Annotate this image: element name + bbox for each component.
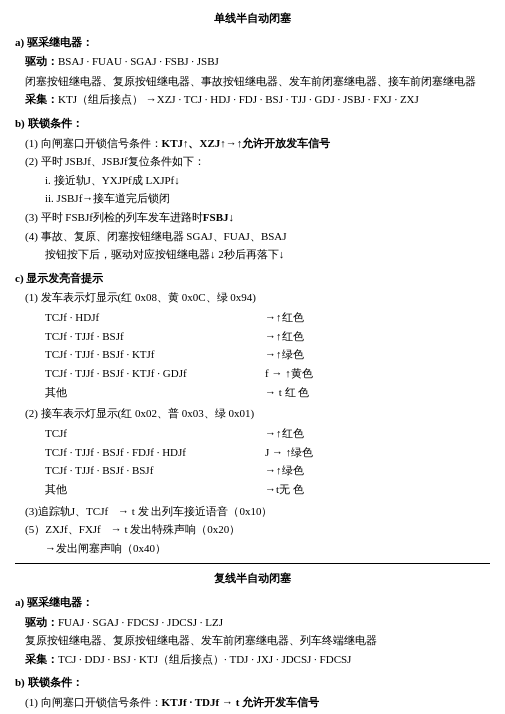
table-row: TCJf <box>45 424 265 443</box>
cond3-label: (3) 平时 FSBJf列检的列车发车进路时 <box>25 209 203 227</box>
cond2b: ii. JSBJf→接车道完后锁闭 <box>45 190 490 208</box>
section-a: a) 驱采继电器： <box>15 34 490 52</box>
table-row: TCJf · TJJf · BSJf <box>45 327 265 346</box>
table-row: TCJf · TJJf · BSJf · BSJf <box>45 461 265 480</box>
table-row: →↑绿色 <box>265 461 415 480</box>
cond3: (3) 平时 FSBJf列检的列车发车进路时 FSBJ↓ <box>25 209 490 227</box>
table-row: →↑绿色 <box>265 345 415 364</box>
table-row: →t无 色 <box>265 480 415 499</box>
cond1-text: KTJ↑、XZJ↑→↑允许开放发车信号 <box>162 135 331 153</box>
display-section: (1) 发车表示灯显示(红 0x08、黄 0x0C、绿 0x94) TCJf ·… <box>25 289 490 557</box>
section-a2: a) 驱采继电器： <box>15 594 490 612</box>
disp4-label: (5）ZXJf、FXJf <box>25 521 101 539</box>
cond4-label: (4) 事故、复原、闭塞按钮继电器 SGAJ、FUAJ、BSAJ <box>25 228 490 246</box>
collect-relays: KTJ（组后接点） →XZJ · TCJ · HDJ · FDJ · BSJ ·… <box>58 91 419 109</box>
disp3-text: → t 发 出列车接近语音（0x10） <box>118 503 272 521</box>
disp5: →发出闸塞声响（0x40） <box>45 540 490 558</box>
disp4: (5）ZXJf、FXJf → t 发出特殊声响（0x20） <box>25 521 490 539</box>
conditions2: (1) 向闸塞口开锁信号条件： KTJf · TDJf → t 允许开发车信号 … <box>25 694 490 714</box>
disp3-label: (3)追踪轨J、TCJf <box>25 503 108 521</box>
pickup2-relays: 复原按钮继电器、复原按钮继电器、发车前闭塞继电器、列车终端继电器 <box>25 632 377 650</box>
cond4-text: 按钮按下后，驱动对应按钮继电器↓ 2秒后再落下↓ <box>45 246 490 264</box>
divider <box>15 563 490 564</box>
cond2-1-label: (1) 向闸塞口开锁信号条件： <box>25 694 162 712</box>
disp1-label: (1) 发车表示灯显示(红 0x08、黄 0x0C、绿 0x94) <box>25 289 490 307</box>
section-b2: b) 联锁条件： <box>15 674 490 692</box>
cond1: (1) 向闸塞口开锁信号条件： KTJ↑、XZJ↑→↑允许开放发车信号 <box>25 135 490 153</box>
page-title-2: 复线半自动闭塞 <box>15 570 490 588</box>
disp1-table: TCJf · HDJf→↑红色TCJf · TJJf · BSJf→↑红色TCJ… <box>45 308 490 401</box>
collect2-relays: TCJ · DDJ · BSJ · KTJ（组后接点）· TDJ · JXJ ·… <box>58 651 351 669</box>
cond2-1: (1) 向闸塞口开锁信号条件： KTJf · TDJf → t 允许开发车信号 <box>25 694 490 712</box>
table-row: f → ↑黄色 <box>265 364 415 383</box>
conditions: (1) 向闸塞口开锁信号条件： KTJ↑、XZJ↑→↑允许开放发车信号 (2) … <box>25 135 490 264</box>
table-row: →↑红色 <box>265 424 415 443</box>
table-row: TCJf · HDJf <box>45 308 265 327</box>
drive2-label: 驱动： <box>25 614 58 632</box>
table-row: → t 红 色 <box>265 383 415 402</box>
collect-label: 采集： <box>25 91 58 109</box>
drive-label: 驱动： <box>25 53 58 71</box>
pickup-relays: 闭塞按钮继电器、复原按钮继电器、事故按钮继电器、发车前闭塞继电器、接车前闭塞继电… <box>25 73 476 91</box>
drive-section: 驱动： BSAJ · FUAU · SGAJ · FSBJ · JSBJ 闭塞按… <box>25 53 490 109</box>
cond1-label: (1) 向闸塞口开锁信号条件： <box>25 135 162 153</box>
table-row: 其他 <box>45 383 265 402</box>
section-b: b) 联锁条件： <box>15 115 490 133</box>
drive2-relays: FUAJ · SGAJ · FDCSJ · JDCSJ · LZJ <box>58 614 223 632</box>
table-row: 其他 <box>45 480 265 499</box>
table-row: →↑红色 <box>265 308 415 327</box>
page-title-1: 单线半自动闭塞 <box>15 10 490 28</box>
table-row: TCJf · TJJf · BSJf · KTJf <box>45 345 265 364</box>
drive-relays: BSAJ · FUAU · SGAJ · FSBJ · JSBJ <box>58 53 219 71</box>
table-row: J → ↑绿色 <box>265 443 415 462</box>
disp4-text: → t 发出特殊声响（0x20） <box>111 521 241 539</box>
disp2-table: TCJf→↑红色TCJf · TJJf · BSJf · FDJf · HDJf… <box>45 424 490 499</box>
collect2-label: 采集： <box>25 651 58 669</box>
cond3-text: FSBJ↓ <box>203 209 234 227</box>
cond2-label: (2) 平时 JSBJf、JSBJf复位条件如下： <box>25 153 490 171</box>
disp5-text: →发出闸塞声响（0x40） <box>45 540 166 558</box>
table-row: TCJf · TJJf · BSJf · FDJf · HDJf <box>45 443 265 462</box>
disp3: (3)追踪轨J、TCJf → t 发 出列车接近语音（0x10） <box>25 503 490 521</box>
page-content: 单线半自动闭塞 a) 驱采继电器： 驱动： BSAJ · FUAU · SGAJ… <box>15 10 490 714</box>
drive2-section: 驱动： FUAJ · SGAJ · FDCSJ · JDCSJ · LZJ 复原… <box>25 614 490 669</box>
table-row: TCJf · TJJf · BSJf · KTJf · GDJf <box>45 364 265 383</box>
cond2a: i. 接近轨J、YXJPf成 LXJPf↓ <box>45 172 490 190</box>
table-row: →↑红色 <box>265 327 415 346</box>
cond2-1-text: KTJf · TDJf → t 允许开发车信号 <box>162 694 319 712</box>
section-c: c) 显示发亮音提示 <box>15 270 490 288</box>
disp2-label: (2) 接车表示灯显示(红 0x02、普 0x03、绿 0x01) <box>25 405 490 423</box>
